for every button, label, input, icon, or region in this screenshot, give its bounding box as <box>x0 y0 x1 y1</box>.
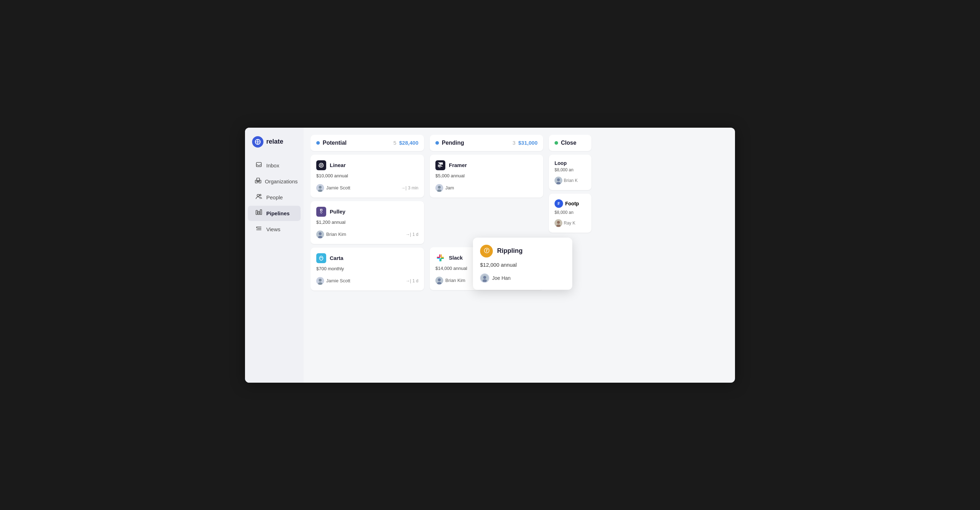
people-label: People <box>266 194 283 200</box>
pulley-time: →| 1 d <box>406 232 418 237</box>
linear-logo <box>316 160 326 170</box>
deal-card-linear[interactable]: Linear $10,000 annual <box>310 155 424 198</box>
footprint-logo: F <box>555 199 563 208</box>
pipelines-label: Pipelines <box>266 210 290 216</box>
footprint-assignee: Ray K <box>555 219 586 227</box>
carta-arrow-icon: →| <box>406 279 411 284</box>
column-header-closed: Close <box>549 135 592 151</box>
sidebar-item-people[interactable]: People <box>248 190 301 205</box>
pipelines-icon <box>255 209 263 217</box>
views-label: Views <box>266 226 280 232</box>
framer-assignee-name: Jam <box>445 185 454 190</box>
svg-point-21 <box>319 186 321 189</box>
deal-card-footprint-partial[interactable]: F Footp $8,000 an Ray K <box>549 194 592 233</box>
svg-rect-12 <box>256 210 258 215</box>
app-window: relate Inbox <box>245 128 735 382</box>
footprint-name: Footp <box>565 201 579 206</box>
loop-name: Loop <box>555 160 586 166</box>
carta-time: →| 1 d <box>406 279 418 284</box>
svg-point-41 <box>438 279 441 281</box>
svg-point-24 <box>319 232 321 235</box>
pulley-avatar <box>316 231 324 238</box>
rippling-popup-avatar <box>480 273 489 283</box>
framer-footer: Jam <box>435 184 538 192</box>
carta-assignee: Jamie Scott <box>316 277 350 285</box>
organizations-icon <box>255 177 261 185</box>
framer-assignee: Jam <box>435 184 454 192</box>
column-header-pending: Pending 3 $31,000 <box>430 135 543 151</box>
carta-footer: Jamie Scott →| 1 d <box>316 277 418 285</box>
svg-point-50 <box>483 276 486 279</box>
column-header-potential: Potential 5 $28,400 <box>310 135 424 151</box>
deal-card-carta[interactable]: Carta $700 monthly J <box>310 247 424 290</box>
svg-rect-3 <box>256 163 261 167</box>
linear-assignee: Jamie Scott <box>316 184 350 192</box>
rippling-popup-assignee-name: Joe Han <box>492 275 511 281</box>
linear-assignee-name: Jamie Scott <box>326 185 350 190</box>
sidebar-item-pipelines[interactable]: Pipelines <box>248 206 301 221</box>
pulley-assignee-name: Brian Kim <box>326 231 346 237</box>
rippling-popup[interactable]: ⓡ Rippling $12,000 annual Joe Han <box>473 237 572 290</box>
sidebar: relate Inbox <box>245 128 304 382</box>
footprint-amount: $8,000 an <box>555 210 586 215</box>
deal-card-framer[interactable]: Framer $5,000 annual <box>430 155 543 198</box>
pending-dot <box>435 141 439 145</box>
pulley-footer: Brian Kim →| 1 d <box>316 231 418 238</box>
closed-dot <box>555 141 558 145</box>
deal-card-pulley[interactable]: 🎖 Pulley $1,200 annual <box>310 201 424 244</box>
svg-point-10 <box>257 194 259 196</box>
pulley-arrow-icon: →| <box>406 232 411 237</box>
pulley-name: Pulley <box>330 209 345 215</box>
framer-name: Framer <box>449 162 467 168</box>
svg-point-44 <box>557 178 560 181</box>
svg-rect-37 <box>439 258 441 261</box>
framer-avatar <box>435 184 443 192</box>
svg-point-47 <box>557 221 560 224</box>
closed-title: Close <box>561 140 586 146</box>
loop-amount: $8,000 an <box>555 167 586 172</box>
svg-rect-14 <box>260 210 262 215</box>
rippling-logo-char: ⓡ <box>484 247 489 254</box>
framer-header: Framer <box>435 160 538 170</box>
rippling-popup-header: ⓡ Rippling <box>480 245 565 258</box>
framer-amount: $5,000 annual <box>435 173 538 178</box>
pending-title: Pending <box>442 140 508 146</box>
loop-avatar <box>555 177 562 185</box>
potential-dot <box>316 141 320 145</box>
rippling-popup-assignee: Joe Han <box>480 273 565 283</box>
pending-count: 3 <box>512 140 515 146</box>
sidebar-item-inbox[interactable]: Inbox <box>248 158 301 173</box>
rippling-popup-name: Rippling <box>497 247 523 255</box>
people-icon <box>255 193 263 201</box>
carta-header: Carta <box>316 253 418 263</box>
column-potential: Potential 5 $28,400 <box>310 135 424 376</box>
rippling-popup-amount: $12,000 annual <box>480 262 565 268</box>
slack-assignee-name: Brian Kim <box>445 278 465 283</box>
potential-count: 5 <box>393 140 396 146</box>
linear-name: Linear <box>330 162 346 168</box>
footprint-header: F Footp <box>555 199 586 208</box>
linear-amount: $10,000 annual <box>316 173 418 178</box>
carta-amount: $700 monthly <box>316 266 418 271</box>
sidebar-item-organizations[interactable]: Organizations <box>248 174 301 189</box>
arrow-icon: →| <box>401 185 407 190</box>
linear-avatar <box>316 184 324 192</box>
deal-card-loop-partial[interactable]: Loop $8,000 an Brian K <box>549 155 592 190</box>
carta-avatar <box>316 277 324 285</box>
linear-header: Linear <box>316 160 418 170</box>
pending-amount: $31,000 <box>519 140 538 146</box>
logo-area: relate <box>245 136 304 158</box>
svg-point-11 <box>259 194 261 195</box>
sidebar-item-views[interactable]: Views <box>248 222 301 237</box>
app-logo-icon <box>252 136 263 148</box>
svg-point-30 <box>438 186 441 189</box>
carta-name: Carta <box>330 255 343 261</box>
carta-assignee-name: Jamie Scott <box>326 278 350 284</box>
pulley-amount: $1,200 annual <box>316 220 418 225</box>
footprint-avatar <box>555 219 562 227</box>
footprint-assignee-name: Ray K <box>564 221 576 226</box>
slack-name: Slack <box>449 255 463 261</box>
loop-assignee-name: Brian K <box>564 178 578 183</box>
svg-rect-39 <box>441 257 444 258</box>
loop-assignee: Brian K <box>555 177 586 185</box>
